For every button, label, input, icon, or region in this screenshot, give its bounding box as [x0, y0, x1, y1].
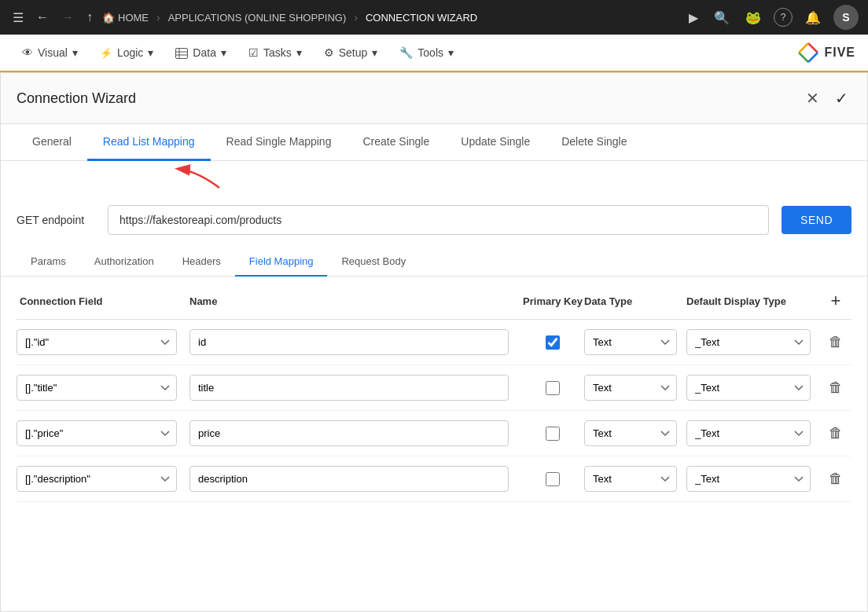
- tasks-icon: ☑: [248, 46, 259, 59]
- sub-tab-authorization[interactable]: Authorization: [80, 247, 168, 277]
- tab-general[interactable]: General: [17, 124, 87, 161]
- row2-data-type-select[interactable]: Text Number Boolean Date: [584, 375, 677, 401]
- svg-line-7: [799, 53, 808, 62]
- menu-setup[interactable]: ⚙ Setup ▾: [314, 42, 388, 64]
- row2-delete-button[interactable]: 🗑: [826, 376, 846, 399]
- dialog-confirm-button[interactable]: ✓: [832, 86, 851, 111]
- user-avatar[interactable]: S: [833, 5, 859, 30]
- svg-line-6: [808, 53, 818, 62]
- send-button[interactable]: SEND: [782, 206, 851, 234]
- header-name: Name: [189, 295, 521, 307]
- menu-visual[interactable]: 👁 Visual ▾: [13, 42, 87, 64]
- row2-connection-field-select[interactable]: []."id" []."title" []."price" []."descri…: [17, 375, 177, 401]
- back-icon[interactable]: ←: [33, 7, 52, 27]
- visual-icon: 👁: [22, 46, 33, 59]
- tab-read-single-mapping[interactable]: Read Single Mapping: [211, 124, 348, 161]
- menu-data[interactable]: Data ▾: [166, 42, 236, 64]
- svg-line-5: [808, 43, 818, 53]
- frog-icon[interactable]: 🐸: [742, 7, 764, 28]
- row1-default-display-select[interactable]: _Text _Number _Date _Checkbox: [686, 329, 811, 355]
- logic-dropdown-icon: ▾: [148, 46, 153, 59]
- tasks-dropdown-icon: ▾: [296, 46, 302, 59]
- dialog-close-button[interactable]: ✕: [803, 86, 822, 111]
- row2-primary-key: [521, 381, 584, 395]
- table-row: []."id" []."title" []."price" []."descri…: [17, 456, 851, 502]
- row4-connection-field-select[interactable]: []."id" []."title" []."price" []."descri…: [17, 466, 177, 492]
- header-default-display-type: Default Display Type: [686, 295, 820, 307]
- add-row-cell: +: [820, 289, 851, 313]
- row1-name-input[interactable]: [189, 329, 509, 355]
- add-row-button[interactable]: +: [829, 289, 843, 313]
- row1-name: [189, 329, 521, 355]
- svg-line-8: [799, 43, 808, 53]
- menu-icon[interactable]: ☰: [9, 7, 27, 28]
- row1-data-type-select[interactable]: Text Number Boolean Date: [584, 329, 677, 355]
- page-breadcrumb[interactable]: CONNECTION WIZARD: [366, 12, 477, 24]
- home-breadcrumb[interactable]: 🏠 HOME: [102, 12, 149, 24]
- row1-primary-key-checkbox[interactable]: [546, 335, 560, 350]
- row4-delete: 🗑: [820, 467, 851, 490]
- menu-tools[interactable]: 🔧 Tools ▾: [390, 42, 463, 64]
- tab-read-list-mapping[interactable]: Read List Mapping: [87, 124, 211, 161]
- row2-name-input[interactable]: [189, 375, 509, 401]
- menu-tasks[interactable]: ☑ Tasks ▾: [239, 42, 311, 64]
- row1-primary-key: [521, 335, 584, 350]
- row2-name: [189, 375, 521, 401]
- row4-connection-field: []."id" []."title" []."price" []."descri…: [17, 466, 189, 492]
- endpoint-input[interactable]: [108, 205, 769, 235]
- row2-default-display: _Text _Number _Date _Checkbox: [686, 375, 820, 401]
- setup-icon: ⚙: [324, 46, 334, 59]
- row3-connection-field-select[interactable]: []."id" []."title" []."price" []."descri…: [17, 420, 177, 446]
- tab-update-single[interactable]: Update Single: [445, 124, 546, 161]
- row3-primary-key-checkbox[interactable]: [546, 427, 560, 441]
- table-header-row: Connection Field Name Primary Key Data T…: [17, 277, 851, 320]
- sub-tabs: Params Authorization Headers Field Mappi…: [1, 247, 867, 277]
- search-icon[interactable]: 🔍: [711, 7, 733, 28]
- help-icon[interactable]: ?: [774, 8, 793, 27]
- main-tabs: General Read List Mapping Read Single Ma…: [1, 124, 867, 161]
- header-primary-key: Primary Key: [521, 295, 584, 307]
- connection-wizard-dialog: Connection Wizard ✕ ✓ General Read List …: [0, 72, 868, 612]
- row1-connection-field-select[interactable]: []."id" []."title" []."price" []."descri…: [17, 329, 177, 355]
- logic-icon: ⚡: [100, 47, 112, 59]
- forward-icon[interactable]: →: [58, 7, 77, 27]
- sub-tab-field-mapping[interactable]: Field Mapping: [235, 247, 328, 277]
- menu-logic[interactable]: ⚡ Logic ▾: [90, 42, 163, 64]
- row4-name-input[interactable]: [189, 466, 509, 492]
- row3-name-input[interactable]: [189, 420, 509, 446]
- tab-delete-single[interactable]: Delete Single: [546, 124, 642, 161]
- table-row: []."id" []."title" []."price" []."descri…: [17, 411, 851, 456]
- row3-delete-button[interactable]: 🗑: [826, 422, 846, 445]
- endpoint-label: GET endpoint: [17, 214, 95, 226]
- row1-delete-button[interactable]: 🗑: [826, 331, 846, 354]
- sub-tab-params[interactable]: Params: [17, 247, 80, 277]
- row4-name: [189, 466, 521, 492]
- row4-default-display: _Text _Number _Date _Checkbox: [686, 466, 820, 492]
- row4-delete-button[interactable]: 🗑: [826, 467, 846, 490]
- tools-icon: 🔧: [399, 46, 413, 59]
- up-icon[interactable]: ↑: [83, 7, 96, 27]
- data-icon: [175, 46, 188, 59]
- row1-data-type: Text Number Boolean Date: [584, 329, 686, 355]
- tab-create-single[interactable]: Create Single: [347, 124, 445, 161]
- row4-default-display-select[interactable]: _Text _Number _Date _Checkbox: [686, 466, 811, 492]
- row4-data-type-select[interactable]: Text Number Boolean Date: [584, 466, 677, 492]
- row4-primary-key-checkbox[interactable]: [546, 472, 560, 486]
- sub-tab-headers[interactable]: Headers: [168, 247, 235, 277]
- home-icon: 🏠: [102, 12, 115, 24]
- row1-connection-field: []."id" []."title" []."price" []."descri…: [17, 329, 189, 355]
- sub-tab-request-body[interactable]: Request Body: [327, 247, 420, 277]
- app-breadcrumb[interactable]: APPLICATIONS (ONLINE SHOPPING): [168, 12, 347, 24]
- row3-connection-field: []."id" []."title" []."price" []."descri…: [17, 420, 189, 446]
- row2-primary-key-checkbox[interactable]: [546, 381, 560, 395]
- breadcrumb-separator-2: ›: [354, 11, 358, 24]
- row2-default-display-select[interactable]: _Text _Number _Date _Checkbox: [686, 375, 811, 401]
- play-icon[interactable]: ▶: [686, 7, 701, 28]
- dialog-title: Connection Wizard: [17, 90, 803, 107]
- field-mapping-table: Connection Field Name Primary Key Data T…: [1, 277, 867, 611]
- row3-default-display-select[interactable]: _Text _Number _Date _Checkbox: [686, 420, 811, 446]
- row3-data-type-select[interactable]: Text Number Boolean Date: [584, 420, 677, 446]
- row2-connection-field: []."id" []."title" []."price" []."descri…: [17, 375, 189, 401]
- bell-icon[interactable]: 🔔: [802, 7, 824, 28]
- endpoint-row: GET endpoint SEND: [1, 192, 867, 247]
